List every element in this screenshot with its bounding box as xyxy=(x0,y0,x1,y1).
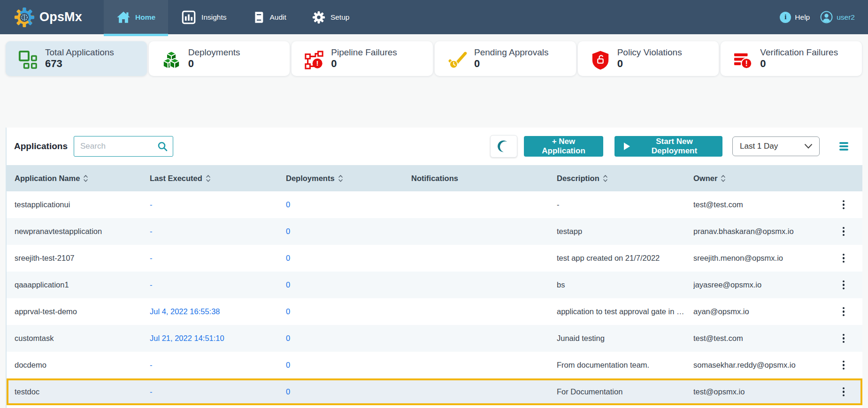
owner-cell: test@test.com xyxy=(693,200,825,209)
application-name-cell[interactable]: testdoc xyxy=(7,387,150,396)
column-header-application-name[interactable]: Application Name xyxy=(7,174,150,183)
row-kebab-menu-button[interactable] xyxy=(838,197,849,212)
application-name-cell[interactable]: customtask xyxy=(7,334,150,343)
username-label: user2 xyxy=(837,13,855,22)
card-value: 0 xyxy=(474,58,548,70)
row-kebab-menu-button[interactable] xyxy=(838,358,849,372)
card-verification-failures[interactable]: ! Verification Failures 0 xyxy=(721,41,862,76)
row-kebab-menu-button[interactable] xyxy=(838,278,849,292)
card-value: 0 xyxy=(617,58,682,70)
column-header-description[interactable]: Description xyxy=(557,174,693,183)
row-kebab-menu-button[interactable] xyxy=(838,251,849,265)
card-policy-violations[interactable]: Policy Violations 0 xyxy=(578,41,719,76)
card-label: Pending Approvals xyxy=(474,47,548,58)
sort-icon xyxy=(721,175,725,182)
owner-cell: pranav.bhaskaran@opsmx.io xyxy=(693,227,825,236)
application-name-cell[interactable]: newpranavtestapplication xyxy=(7,227,150,236)
owner-cell: jayasree@opsmx.io xyxy=(693,280,825,289)
time-filter-select[interactable]: Last 1 Day xyxy=(732,136,820,156)
table-row[interactable]: customtask Jul 21, 2022 14:51:10 0 Junai… xyxy=(7,325,862,352)
search-box xyxy=(74,136,173,157)
deployments-count-link[interactable]: 0 xyxy=(286,387,411,396)
column-label: Owner xyxy=(693,174,717,183)
column-header-notifications: Notifications xyxy=(411,174,557,183)
chevron-down-icon xyxy=(804,144,813,149)
table-row[interactable]: sreejith-test-2107 - 0 test app created … xyxy=(7,245,862,272)
applications-toolbar: Applications + New App xyxy=(7,128,862,165)
table-row[interactable]: testdoc - 0 For Documentation test@opsmx… xyxy=(7,378,862,405)
owner-cell: somasekhar.reddy@opsmx.io xyxy=(693,361,825,370)
deployments-count-link[interactable]: 0 xyxy=(286,254,411,263)
table-header: Application Name Last Executed Deploymen… xyxy=(7,165,862,191)
table-row[interactable]: newpranavtestapplication - 0 testapp pra… xyxy=(7,218,862,245)
owner-cell: sreejith.menon@opsmx.io xyxy=(693,254,825,263)
application-name-cell[interactable]: testapplicationui xyxy=(7,200,150,209)
user-menu[interactable]: user2 xyxy=(820,11,855,23)
description-cell: - xyxy=(557,200,693,209)
search-button[interactable] xyxy=(157,141,173,152)
approval-check-clock-icon xyxy=(447,50,467,70)
column-header-owner[interactable]: Owner xyxy=(693,174,825,183)
user-avatar-icon xyxy=(820,11,833,23)
brand-name: OpsMx xyxy=(39,10,82,24)
deployments-count-link[interactable]: 0 xyxy=(286,307,411,316)
tab-setup-label: Setup xyxy=(330,13,350,22)
card-pending-approvals[interactable]: Pending Approvals 0 xyxy=(435,41,576,76)
last-executed-cell: Jul 4, 2022 16:55:38 xyxy=(150,307,286,316)
new-application-button[interactable]: + New Application xyxy=(524,136,603,157)
cubes-icon xyxy=(161,50,181,70)
row-kebab-menu-button[interactable] xyxy=(838,331,849,346)
application-name-cell[interactable]: sreejith-test-2107 xyxy=(7,254,150,263)
owner-cell: test@test.com xyxy=(693,334,825,343)
card-value: 673 xyxy=(45,58,114,70)
column-header-deployments[interactable]: Deployments xyxy=(286,174,411,183)
home-icon xyxy=(116,10,131,24)
deployments-count-link[interactable]: 0 xyxy=(286,361,411,370)
tab-setup[interactable]: Setup xyxy=(299,0,362,34)
card-label: Pipeline Failures xyxy=(331,47,397,58)
column-header-last-executed[interactable]: Last Executed xyxy=(150,174,286,183)
card-value: 0 xyxy=(188,58,240,70)
svg-text:!: ! xyxy=(316,59,319,67)
last-executed-cell: - xyxy=(150,280,286,289)
help-button[interactable]: i Help xyxy=(780,12,810,23)
description-cell: test app created on 21/7/2022 xyxy=(557,254,693,263)
start-new-deployment-button[interactable]: Start New Deployment xyxy=(615,136,722,157)
navbar-right: i Help user2 xyxy=(780,0,868,34)
deployments-count-link[interactable]: 0 xyxy=(286,334,411,343)
opsmx-gear-icon xyxy=(14,7,35,28)
deployments-count-link[interactable]: 0 xyxy=(286,280,411,289)
column-label: Last Executed xyxy=(150,174,202,183)
deployments-count-link[interactable]: 0 xyxy=(286,200,411,209)
crescent-icon xyxy=(497,139,510,153)
table-row[interactable]: testapplicationui - 0 - test@test.com xyxy=(7,191,862,218)
table-row[interactable]: qaaapplication1 - 0 bs jayasree@opsmx.io xyxy=(7,272,862,298)
application-name-cell[interactable]: qaaapplication1 xyxy=(7,280,150,289)
row-kebab-menu-button[interactable] xyxy=(838,385,849,399)
shield-lock-icon xyxy=(591,50,610,70)
description-cell: Junaid testing xyxy=(557,334,693,343)
application-name-cell[interactable]: docdemo xyxy=(7,361,150,370)
table-row[interactable]: docdemo - 0 From documentation team. som… xyxy=(7,352,862,378)
tab-audit[interactable]: Audit xyxy=(239,0,299,34)
search-input[interactable] xyxy=(74,142,157,151)
tab-home[interactable]: Home xyxy=(104,0,168,34)
card-deployments[interactable]: Deployments 0 xyxy=(149,41,290,76)
deployments-count-link[interactable]: 0 xyxy=(286,227,411,236)
application-name-cell[interactable]: apprval-test-demo xyxy=(7,307,150,316)
info-icon: i xyxy=(780,12,791,23)
tab-insights[interactable]: Insights xyxy=(168,0,239,34)
table-row[interactable]: apprval-test-demo Jul 4, 2022 16:55:38 0… xyxy=(7,298,862,325)
opsmx-logo[interactable]: OpsMx xyxy=(0,0,82,34)
card-total-applications[interactable]: Total Applications 673 xyxy=(6,41,147,76)
owner-cell: test@opsmx.io xyxy=(693,387,825,396)
sort-icon xyxy=(206,175,210,182)
card-value: 0 xyxy=(331,58,397,70)
card-pipeline-failures[interactable]: ! Pipeline Failures 0 xyxy=(292,41,433,76)
row-kebab-menu-button[interactable] xyxy=(838,224,849,239)
row-kebab-menu-button[interactable] xyxy=(838,304,849,319)
crescent-toggle-button[interactable] xyxy=(490,135,517,158)
list-view-menu-icon[interactable] xyxy=(837,140,850,152)
help-label: Help xyxy=(795,13,810,22)
sort-icon xyxy=(338,175,343,182)
